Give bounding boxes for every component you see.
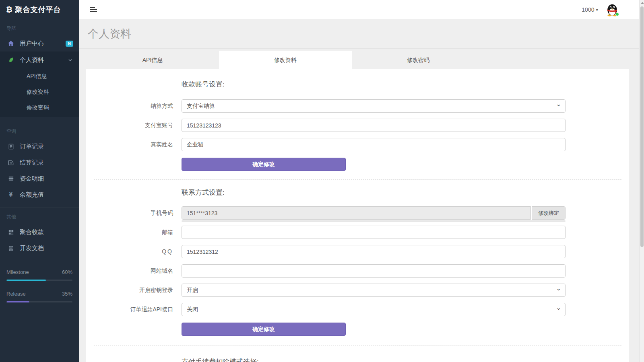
- alipay-account-input[interactable]: [182, 119, 566, 132]
- milestone-progress: Milestone 60%: [6, 269, 72, 281]
- release-progress: Release 35%: [6, 291, 72, 302]
- page-scrollbar[interactable]: [639, 0, 644, 362]
- phone-input-scrollbar[interactable]: [182, 220, 566, 222]
- field-label: 支付宝账号: [86, 119, 173, 132]
- sidebar-item-label: 订单记录: [20, 143, 44, 150]
- payout-submit-button[interactable]: 确定修改: [182, 158, 346, 171]
- form-row-settle-method: 结算方式 支付宝结算 ⌄: [86, 99, 629, 113]
- sidebar-section-nav: 导航: [0, 19, 79, 35]
- sidebar-item-balance-recharge[interactable]: ¥ 余额充值: [0, 187, 79, 203]
- book-icon: [6, 245, 15, 251]
- domain-input[interactable]: [182, 264, 566, 278]
- milestone-label: Milestone: [6, 269, 29, 275]
- field-label: 开启密钥登录: [86, 284, 173, 297]
- sidebar-item-api-info[interactable]: API信息: [0, 68, 79, 84]
- sidebar-item-profile[interactable]: 个人资料: [0, 51, 79, 68]
- sidebar-section-other: 其他: [0, 208, 79, 224]
- ledger-icon: [6, 176, 15, 182]
- sidebar-section-query: 查询: [0, 122, 79, 138]
- real-name-input[interactable]: [182, 138, 566, 151]
- field-label: QQ: [86, 245, 173, 258]
- yen-icon: ¥: [6, 191, 15, 198]
- sidebar-item-edit-profile[interactable]: 修改资料: [0, 84, 79, 100]
- new-badge: N: [66, 41, 73, 47]
- form-row-alipay-account: 支付宝账号: [86, 119, 629, 132]
- sidebar-item-label: 余额充值: [20, 191, 44, 199]
- tab-bar: API信息 修改资料 修改密码: [86, 51, 485, 69]
- avatar[interactable]: [605, 3, 619, 16]
- form-row-qq: QQ: [86, 245, 629, 258]
- milestone-value: 60%: [62, 269, 72, 275]
- key-login-select[interactable]: 开启: [182, 284, 566, 297]
- check-square-icon: [6, 160, 15, 166]
- document-icon: [6, 144, 15, 150]
- sidebar-progress-zone: Milestone 60% Release 35%: [0, 269, 79, 302]
- field-label: 手机号码: [86, 206, 173, 220]
- user-id-dropdown[interactable]: 1000: [582, 6, 594, 13]
- brand-title: 聚合支付平台: [15, 5, 61, 14]
- topbar: 1000 ▾: [79, 0, 644, 19]
- brand[interactable]: ₿ 聚合支付平台: [0, 0, 79, 19]
- sidebar-item-aggregate-collect[interactable]: 聚合收款: [0, 224, 79, 240]
- sidebar-item-label: 资金明细: [20, 175, 44, 183]
- form-row-email: 邮箱: [86, 226, 629, 239]
- scrollbar-up-arrow[interactable]: [641, 2, 644, 4]
- milestone-progress-bar: [6, 280, 72, 281]
- section-divider: [94, 179, 621, 180]
- section-heading-payout: 收款账号设置:: [182, 80, 629, 89]
- sidebar-item-label: 结算记录: [20, 159, 44, 167]
- sidebar: ₿ 聚合支付平台 导航 用户中心 N 个人资料 API信息 修改资料: [0, 0, 79, 362]
- sidebar-item-label: 开发文档: [20, 245, 44, 252]
- sidebar-item-label: 聚合收款: [20, 228, 44, 236]
- content-panel: 收款账号设置: 结算方式 支付宝结算 ⌄ 支付宝账号 真实姓名: [86, 69, 629, 362]
- email-input[interactable]: [182, 226, 566, 239]
- chevron-down-icon: [68, 57, 72, 64]
- sidebar-toggle-icon[interactable]: [90, 7, 97, 12]
- tab-edit-profile[interactable]: 修改资料: [219, 51, 352, 69]
- refund-api-select[interactable]: 关闭: [182, 303, 566, 316]
- form-row-refund-api: 订单退款API接口 关闭 ⌄: [86, 303, 629, 316]
- tab-change-password[interactable]: 修改密码: [352, 51, 485, 69]
- release-value: 35%: [62, 291, 72, 297]
- qr-code-icon: [6, 229, 15, 235]
- settle-method-select[interactable]: 支付宝结算: [182, 99, 566, 113]
- form-row-key-login: 开启密钥登录 开启 ⌄: [86, 284, 629, 297]
- form-row-domain: 网站域名: [86, 264, 629, 278]
- sidebar-item-change-password[interactable]: 修改密码: [0, 100, 79, 115]
- contact-submit-button[interactable]: 确定修改: [182, 323, 346, 336]
- field-label: 真实姓名: [86, 138, 173, 151]
- caret-down-icon[interactable]: ▾: [596, 7, 598, 12]
- field-label: 网站域名: [86, 264, 173, 278]
- form-row-real-name: 真实姓名: [86, 138, 629, 151]
- bitcoin-icon: ₿: [6, 5, 12, 14]
- sidebar-group-profile: 个人资料 API信息 修改资料 修改密码: [0, 51, 79, 117]
- sidebar-item-label: 用户中心: [20, 40, 44, 47]
- field-label: 邮箱: [86, 226, 173, 239]
- rebind-phone-button[interactable]: 修改绑定: [532, 206, 566, 220]
- section-heading-contact: 联系方式设置:: [182, 188, 629, 197]
- tab-api-info[interactable]: API信息: [86, 51, 219, 69]
- page-header: 个人资料: [79, 19, 644, 49]
- form-row-phone: 手机号码 修改绑定: [86, 206, 629, 222]
- release-label: Release: [6, 291, 26, 297]
- online-status-dot: [615, 12, 619, 16]
- section-divider: [94, 345, 621, 346]
- sidebar-item-label: 个人资料: [20, 56, 44, 64]
- field-label: 结算方式: [86, 99, 173, 113]
- app-window: ₿ 聚合支付平台 导航 用户中心 N 个人资料 API信息 修改资料: [0, 0, 644, 362]
- qq-input[interactable]: [182, 245, 566, 258]
- sidebar-item-user-center[interactable]: 用户中心 N: [0, 35, 79, 51]
- phone-input: [182, 206, 531, 220]
- sidebar-item-settlement-records[interactable]: 结算记录: [0, 154, 79, 171]
- section-heading-fee-mode: 支付手续费扣除模式选择:: [182, 357, 629, 362]
- sidebar-item-dev-docs[interactable]: 开发文档: [0, 240, 79, 256]
- page-title: 个人资料: [79, 27, 131, 41]
- sidebar-item-order-records[interactable]: 订单记录: [0, 138, 79, 154]
- release-progress-bar: [6, 301, 72, 302]
- main-area: 1000 ▾: [79, 0, 644, 362]
- scrollbar-thumb[interactable]: [640, 6, 644, 247]
- field-label: 订单退款API接口: [86, 303, 173, 316]
- sidebar-item-funds-detail[interactable]: 资金明细: [0, 171, 79, 187]
- home-icon: [6, 40, 15, 47]
- leaf-icon: [6, 57, 15, 63]
